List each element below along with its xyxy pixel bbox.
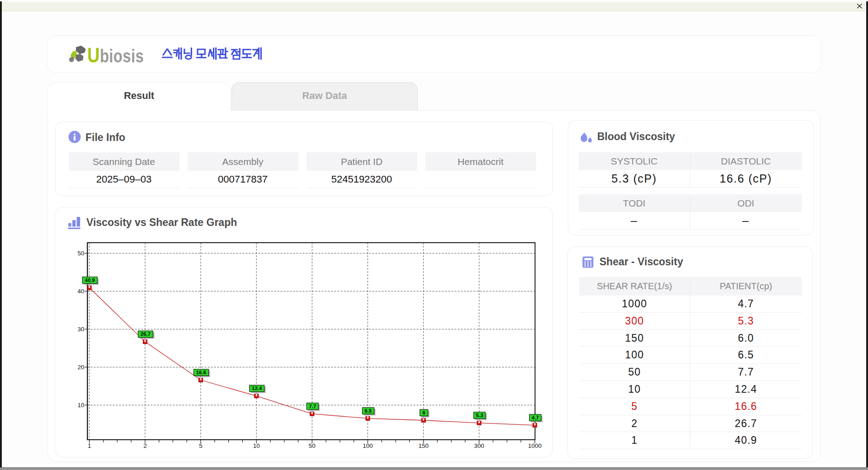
svg-text:2: 2	[143, 442, 147, 449]
svg-text:12.4: 12.4	[252, 385, 262, 391]
svg-text:1000: 1000	[528, 442, 542, 449]
svg-text:6: 6	[422, 410, 425, 415]
svg-text:30: 30	[77, 326, 84, 333]
svg-text:26.7: 26.7	[141, 331, 151, 337]
svg-text:10: 10	[253, 442, 260, 449]
svg-text:6.5: 6.5	[365, 408, 373, 414]
svg-text:16.6: 16.6	[196, 370, 206, 375]
svg-text:7.7: 7.7	[309, 404, 316, 409]
svg-text:5: 5	[199, 442, 203, 449]
svg-text:1: 1	[88, 442, 91, 449]
svg-text:40.9: 40.9	[85, 277, 95, 283]
svg-text:40: 40	[77, 288, 84, 295]
svg-text:20: 20	[77, 364, 84, 371]
svg-text:100: 100	[363, 442, 373, 449]
svg-text:150: 150	[418, 442, 429, 449]
svg-text:5.3: 5.3	[476, 413, 483, 418]
svg-text:4.7: 4.7	[532, 415, 539, 420]
svg-text:10: 10	[77, 402, 84, 409]
svg-text:50: 50	[77, 250, 84, 257]
svg-text:300: 300	[474, 442, 485, 449]
svg-text:50: 50	[309, 442, 316, 449]
